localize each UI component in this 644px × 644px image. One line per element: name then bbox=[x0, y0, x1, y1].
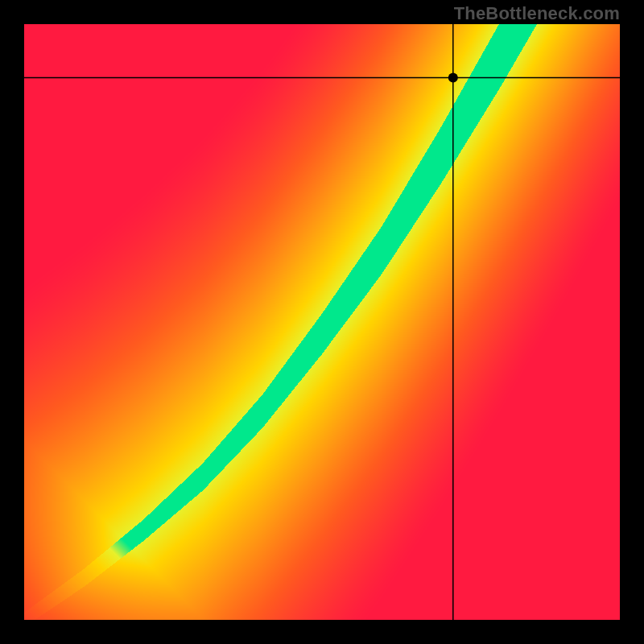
heatmap-canvas bbox=[0, 0, 644, 644]
attribution-label: TheBottleneck.com bbox=[454, 3, 620, 24]
chart-wrapper: TheBottleneck.com bbox=[0, 0, 644, 644]
